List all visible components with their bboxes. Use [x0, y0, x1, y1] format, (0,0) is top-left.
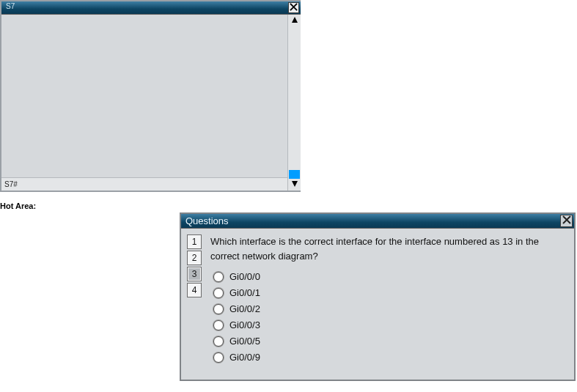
scroll-thumb[interactable] — [289, 170, 300, 179]
radio-icon — [213, 352, 224, 363]
radio-icon — [213, 320, 224, 330]
option-label: Gi0/0/2 — [229, 303, 260, 314]
svg-marker-0 — [292, 17, 298, 23]
questions-titlebar: Questions — [181, 214, 574, 229]
option-label: Gi0/0/1 — [229, 287, 260, 298]
radio-icon — [213, 272, 224, 282]
radio-icon — [213, 304, 224, 314]
questions-close-button[interactable] — [560, 215, 573, 227]
option-label: Gi0/0/0 — [229, 271, 260, 282]
option-2[interactable]: Gi0/0/2 — [213, 303, 568, 314]
questions-body: 1 2 3 4 Which interface is the correct i… — [181, 229, 574, 380]
radio-icon — [213, 288, 224, 298]
scroll-track[interactable] — [288, 26, 301, 179]
terminal-scrollbar[interactable] — [287, 15, 301, 191]
terminal-titlebar: S7 — [1, 1, 301, 15]
question-nav-3[interactable]: 3 — [187, 267, 202, 281]
scroll-down-button[interactable] — [288, 179, 301, 191]
question-text: Which interface is the correct interface… — [210, 234, 568, 264]
chevron-up-icon — [291, 15, 298, 26]
terminal-body[interactable] — [1, 15, 287, 177]
terminal-window: S7 S7# — [0, 0, 301, 192]
option-4[interactable]: Gi0/0/5 — [213, 336, 568, 347]
question-nav-4[interactable]: 4 — [187, 283, 202, 297]
chevron-down-icon — [291, 180, 298, 190]
close-icon — [290, 3, 298, 13]
question-nav-2[interactable]: 2 — [187, 251, 202, 265]
question-nav: 1 2 3 4 — [187, 234, 202, 375]
questions-title: Questions — [185, 215, 229, 226]
option-label: Gi0/0/3 — [229, 319, 260, 330]
options-list: Gi0/0/0 Gi0/0/1 Gi0/0/2 Gi0/0/3 Gi0/0/5 — [210, 271, 568, 363]
option-label: Gi0/0/9 — [229, 352, 260, 363]
scroll-up-button[interactable] — [288, 15, 301, 26]
terminal-close-button[interactable] — [288, 2, 299, 13]
option-0[interactable]: Gi0/0/0 — [213, 271, 568, 282]
svg-marker-1 — [292, 181, 298, 187]
terminal-title: S7 — [6, 2, 15, 10]
question-content: Which interface is the correct interface… — [210, 233, 568, 375]
option-3[interactable]: Gi0/0/3 — [213, 319, 568, 330]
option-label: Gi0/0/5 — [229, 336, 260, 347]
hot-area-label: Hot Area: — [0, 201, 36, 210]
close-icon — [562, 215, 571, 226]
option-5[interactable]: Gi0/0/9 — [213, 352, 568, 363]
terminal-prompt: S7# — [1, 177, 287, 191]
radio-icon — [213, 336, 224, 347]
question-nav-1[interactable]: 1 — [187, 234, 202, 249]
option-1[interactable]: Gi0/0/1 — [213, 287, 568, 298]
questions-window: Questions 1 2 3 4 Which interface is the… — [180, 212, 576, 381]
